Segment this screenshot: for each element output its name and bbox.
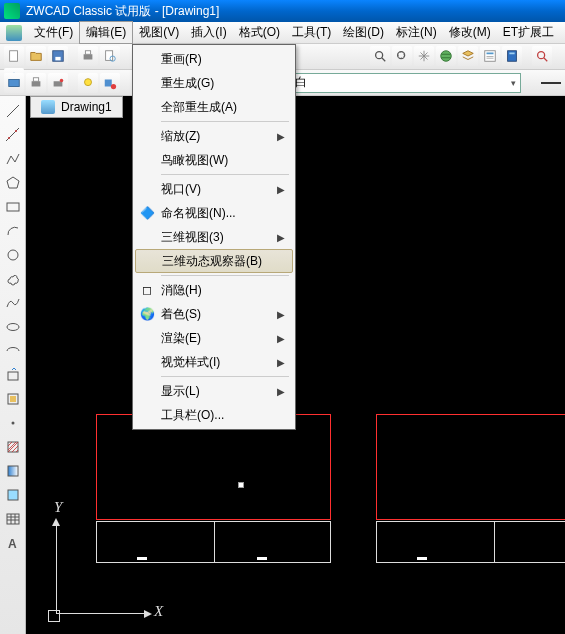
menu-item-label: 鸟瞰视图(W) [161, 152, 228, 169]
menu-item-label: 工具栏(O)... [161, 407, 224, 424]
menu-item[interactable]: 缩放(Z)▶ [135, 124, 293, 148]
submenu-arrow-icon: ▶ [277, 386, 285, 397]
print-preview-button[interactable] [100, 46, 120, 66]
zoom-extents-button[interactable] [392, 46, 412, 66]
submenu-arrow-icon: ▶ [277, 357, 285, 368]
menu-item[interactable]: 全部重生成(A) [135, 95, 293, 119]
submenu-arrow-icon: ▶ [277, 131, 285, 142]
layer-lock-button[interactable] [100, 73, 120, 93]
menu-item[interactable]: 🔷命名视图(N)... [135, 201, 293, 225]
svg-point-18 [441, 51, 452, 62]
menu-item-7[interactable]: 标注(N) [390, 22, 443, 43]
menu-item-1[interactable]: 编辑(E) [79, 21, 133, 44]
print-button[interactable] [78, 46, 98, 66]
svg-point-25 [538, 52, 545, 59]
menu-item-9[interactable]: ET扩展工 [497, 22, 560, 43]
menu-item-label: 重画(R) [161, 51, 202, 68]
ellipse-arc-tool-icon[interactable] [4, 342, 22, 360]
menu-item[interactable]: 工具栏(O)... [135, 403, 293, 427]
app-logo-icon [4, 3, 20, 19]
menu-item-icon: 🌍 [139, 306, 155, 322]
menu-item-4[interactable]: 格式(O) [233, 22, 286, 43]
menu-item[interactable]: 视口(V)▶ [135, 177, 293, 201]
rectangle-tool-icon[interactable] [4, 198, 22, 216]
doc-menu-icon[interactable] [6, 25, 22, 41]
calculator-button[interactable] [502, 46, 522, 66]
lineweight-preview[interactable] [541, 82, 561, 84]
svg-point-15 [376, 52, 383, 59]
plot-style-button[interactable] [48, 73, 68, 93]
xline-tool-icon[interactable] [4, 126, 22, 144]
globe-button[interactable] [436, 46, 456, 66]
menu-item-6[interactable]: 绘图(D) [337, 22, 390, 43]
document-tab[interactable]: Drawing1 [30, 96, 123, 118]
svg-point-32 [60, 78, 64, 82]
menu-item-3[interactable]: 插入(I) [185, 22, 232, 43]
find-button[interactable] [532, 46, 552, 66]
menu-item-label: 视口(V) [161, 181, 201, 198]
pan-button[interactable] [414, 46, 434, 66]
menu-item-label: 三维视图(3) [161, 229, 224, 246]
spline-tool-icon[interactable] [4, 294, 22, 312]
svg-rect-34 [105, 79, 112, 86]
arc-tool-icon[interactable] [4, 222, 22, 240]
text-tool-icon[interactable]: A [4, 534, 22, 552]
white-rect-right [376, 521, 565, 563]
svg-rect-24 [509, 53, 514, 55]
svg-rect-0 [10, 51, 18, 62]
line-tool-icon[interactable] [4, 102, 22, 120]
menu-item[interactable]: ◻消隐(H) [135, 278, 293, 302]
layer-color-selector[interactable]: 口白 ▾ [262, 73, 521, 93]
polygon-tool-icon[interactable] [4, 174, 22, 192]
gradient-tool-icon[interactable] [4, 462, 22, 480]
layer-prev-button[interactable] [4, 73, 24, 93]
menu-item-2[interactable]: 视图(V) [133, 22, 185, 43]
menu-item-label: 着色(S) [161, 306, 201, 323]
menu-item[interactable]: 🌍着色(S)▶ [135, 302, 293, 326]
menu-item[interactable]: 三维视图(3)▶ [135, 225, 293, 249]
x-axis-label: X [154, 603, 163, 620]
menu-item[interactable]: 三维动态观察器(B) [135, 249, 293, 273]
submenu-arrow-icon: ▶ [277, 232, 285, 243]
menu-item-5[interactable]: 工具(T) [286, 22, 337, 43]
view-menu-dropdown: 重画(R)重生成(G)全部重生成(A)缩放(Z)▶鸟瞰视图(W)视口(V)▶🔷命… [132, 44, 296, 430]
print-button-2[interactable] [26, 73, 46, 93]
save-button[interactable] [48, 46, 68, 66]
menu-item[interactable]: 显示(L)▶ [135, 379, 293, 403]
revcloud-tool-icon[interactable] [4, 270, 22, 288]
hatch-tool-icon[interactable] [4, 438, 22, 456]
circle-tool-icon[interactable] [4, 246, 22, 264]
properties-button[interactable] [480, 46, 500, 66]
zoom-window-button[interactable] [370, 46, 390, 66]
layers-button[interactable] [458, 46, 478, 66]
lightbulb-layer-button[interactable] [78, 73, 98, 93]
region-tool-icon[interactable] [4, 486, 22, 504]
ellipse-tool-icon[interactable] [4, 318, 22, 336]
menu-item-icon: ◻ [139, 282, 155, 298]
menu-item-label: 重生成(G) [161, 75, 214, 92]
open-button[interactable] [26, 46, 46, 66]
menu-separator [161, 275, 289, 276]
menu-item[interactable]: 渲染(E)▶ [135, 326, 293, 350]
svg-rect-17 [399, 53, 404, 58]
point-tool-icon[interactable] [4, 414, 22, 432]
dropdown-arrow-icon: ▾ [511, 78, 516, 88]
menu-item[interactable]: 重生成(G) [135, 71, 293, 95]
polyline-tool-icon[interactable] [4, 150, 22, 168]
svg-rect-22 [487, 58, 494, 59]
block-make-tool-icon[interactable] [4, 390, 22, 408]
menu-item[interactable]: 视觉样式(I)▶ [135, 350, 293, 374]
table-tool-icon[interactable] [4, 510, 22, 528]
menu-item-8[interactable]: 修改(M) [443, 22, 497, 43]
menu-item[interactable]: 重画(R) [135, 47, 293, 71]
menu-item-label: 缩放(Z) [161, 128, 200, 145]
svg-point-42 [8, 250, 18, 260]
grip-handle[interactable] [238, 482, 244, 488]
svg-rect-5 [106, 51, 113, 61]
menu-item-label: 渲染(E) [161, 330, 201, 347]
menu-separator [161, 121, 289, 122]
menu-item-0[interactable]: 文件(F) [28, 22, 79, 43]
menu-item[interactable]: 鸟瞰视图(W) [135, 148, 293, 172]
block-insert-tool-icon[interactable] [4, 366, 22, 384]
new-file-button[interactable] [4, 46, 24, 66]
